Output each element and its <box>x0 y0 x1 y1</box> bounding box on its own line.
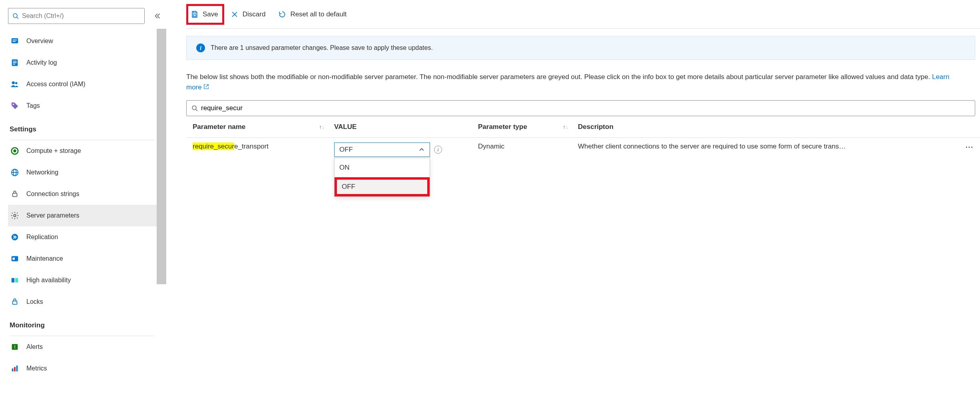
sort-icon[interactable]: ↑↓ <box>319 124 325 130</box>
nav-label: Networking <box>26 169 58 176</box>
nav-replication[interactable]: Replication <box>8 226 166 248</box>
alerts-icon: ! <box>10 342 20 352</box>
svg-point-35 <box>192 106 196 110</box>
nav-activity-log[interactable]: Activity log <box>8 52 166 73</box>
nav-label: Activity log <box>26 59 57 66</box>
dropdown-option-on[interactable]: ON <box>335 158 430 177</box>
svg-point-10 <box>15 82 17 85</box>
header-description[interactable]: Descripton <box>578 123 980 131</box>
param-desc-cell: Whether client connections to the server… <box>578 143 980 151</box>
nav-access-control[interactable]: Access control (IAM) <box>8 73 166 95</box>
row-more-button[interactable]: ··· <box>966 143 974 151</box>
nav-networking[interactable]: Networking <box>8 162 166 183</box>
nav-overview[interactable]: Overview <box>8 30 166 52</box>
nav-label: Maintenance <box>26 255 63 262</box>
networking-icon <box>10 167 20 178</box>
search-icon <box>12 13 19 19</box>
param-type-cell: Dynamic <box>478 143 578 151</box>
header-parameter-name[interactable]: Parameter name ↑↓ <box>186 123 334 131</box>
activity-log-icon <box>10 57 20 68</box>
svg-rect-21 <box>13 257 15 260</box>
nav-locks[interactable]: Locks <box>8 291 166 313</box>
nav-label: Replication <box>26 234 58 241</box>
svg-rect-7 <box>13 62 16 63</box>
svg-rect-24 <box>13 301 17 304</box>
sort-icon[interactable]: ↑↓ <box>563 124 568 130</box>
reset-label: Reset all to default <box>290 10 347 18</box>
nav-label: Alerts <box>26 343 43 351</box>
nav-high-availability[interactable]: High availability <box>8 269 166 291</box>
dropdown-option-off[interactable]: OFF <box>335 177 430 196</box>
svg-point-0 <box>13 14 17 18</box>
overview-icon <box>10 36 20 46</box>
unsaved-changes-banner: i There are 1 unsaved parameter changes.… <box>186 36 975 60</box>
table-row: require_secure_transport OFF i ON OFF Dy… <box>186 138 980 157</box>
nav-compute-storage[interactable]: Compute + storage <box>8 140 166 162</box>
server-parameters-icon <box>10 210 20 221</box>
svg-line-1 <box>17 17 18 19</box>
sidebar-scrollbar-thumb[interactable] <box>157 29 166 284</box>
sidebar-search-input[interactable] <box>22 12 140 20</box>
chevron-up-icon <box>418 147 425 153</box>
svg-rect-28 <box>14 367 16 371</box>
nav-tags[interactable]: Tags <box>8 95 166 117</box>
parameters-table: Parameter name ↑↓ VALUE Parameter type ↑… <box>186 116 980 157</box>
value-info-icon[interactable]: i <box>434 146 442 154</box>
save-icon <box>191 10 199 18</box>
param-name-cell: require_secure_transport <box>186 143 334 151</box>
svg-rect-23 <box>15 278 18 283</box>
value-dropdown-toggle[interactable]: OFF <box>334 143 430 157</box>
description-text: The below list shows both the modifiable… <box>186 72 980 92</box>
connection-strings-icon <box>10 189 20 199</box>
discard-button[interactable]: Discard <box>224 6 272 23</box>
parameter-filter-input[interactable] <box>201 104 970 112</box>
section-settings-header: Settings <box>8 117 166 137</box>
svg-rect-31 <box>193 14 196 16</box>
svg-rect-30 <box>193 11 196 13</box>
high-availability-icon <box>10 275 20 285</box>
svg-line-36 <box>196 109 197 111</box>
nav-label: Tags <box>26 102 40 109</box>
nav-alerts[interactable]: ! Alerts <box>8 336 166 358</box>
nav-connection-strings[interactable]: Connection strings <box>8 183 166 205</box>
nav-label: Metrics <box>26 365 47 372</box>
svg-point-11 <box>13 104 14 105</box>
parameter-filter[interactable] <box>186 100 975 116</box>
chevron-double-left-icon <box>154 12 161 20</box>
discard-icon <box>231 10 239 18</box>
nav-label: Connection strings <box>26 190 80 198</box>
nav-metrics[interactable]: Metrics <box>8 358 166 379</box>
info-icon: i <box>196 44 205 52</box>
collapse-sidebar-button[interactable] <box>153 11 162 21</box>
section-monitoring-header: Monitoring <box>8 313 166 333</box>
external-link-icon <box>203 82 209 93</box>
reset-button[interactable]: Reset all to default <box>272 6 353 23</box>
nav-label: High availability <box>26 277 71 284</box>
nav-server-parameters[interactable]: Server parameters <box>8 205 166 226</box>
svg-rect-8 <box>13 64 15 65</box>
nav-maintenance[interactable]: Maintenance <box>8 248 166 269</box>
table-header-row: Parameter name ↑↓ VALUE Parameter type ↑… <box>186 116 980 138</box>
param-name-rest: e_transport <box>234 143 269 150</box>
svg-rect-27 <box>12 368 14 371</box>
svg-rect-6 <box>13 61 16 61</box>
svg-point-13 <box>13 149 16 152</box>
svg-rect-2 <box>12 38 18 44</box>
header-value[interactable]: VALUE <box>334 123 478 131</box>
banner-text: There are 1 unsaved parameter changes. P… <box>211 44 433 51</box>
param-value-cell: OFF i ON OFF <box>334 143 478 157</box>
header-parameter-type[interactable]: Parameter type ↑↓ <box>478 123 578 131</box>
compute-storage-icon <box>10 146 20 156</box>
filter-search-icon <box>191 105 198 111</box>
sidebar-search[interactable] <box>8 8 145 24</box>
svg-point-9 <box>12 81 15 84</box>
value-selected: OFF <box>339 146 353 154</box>
param-name-highlight: require_secur <box>193 143 234 150</box>
main-content: Save Discard Reset all to default i Ther… <box>166 0 980 408</box>
svg-point-18 <box>14 214 16 217</box>
save-button[interactable]: Save <box>191 6 218 23</box>
svg-rect-17 <box>13 193 17 196</box>
svg-text:!: ! <box>14 344 16 350</box>
save-button-highlight: Save <box>186 4 224 25</box>
nav-label: Access control (IAM) <box>26 81 86 88</box>
